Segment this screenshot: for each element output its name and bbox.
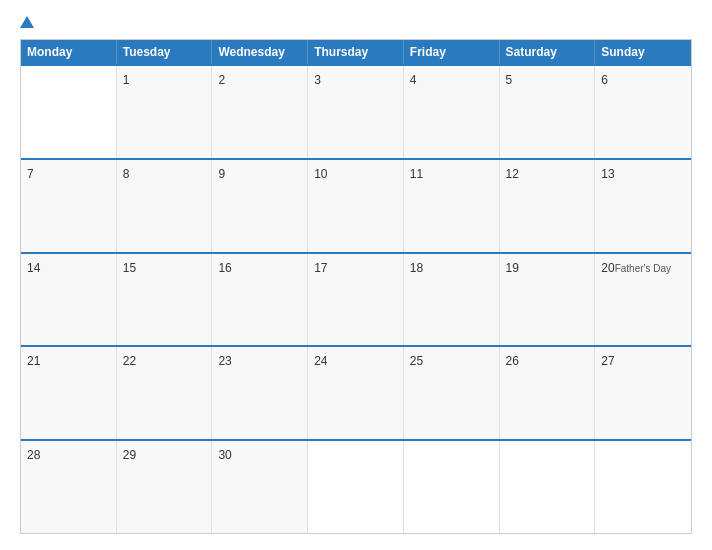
- day-number: 21: [27, 354, 40, 368]
- calendar-week-row: 14151617181920Father's Day: [21, 252, 691, 346]
- day-number: 30: [218, 448, 231, 462]
- logo-blue-text: [20, 16, 36, 29]
- day-event: Father's Day: [615, 263, 671, 274]
- calendar-cell: 18: [404, 254, 500, 346]
- calendar-cell: 8: [117, 160, 213, 252]
- calendar-cell: [500, 441, 596, 533]
- calendar-cell: 29: [117, 441, 213, 533]
- calendar-body: 1234567891011121314151617181920Father's …: [21, 64, 691, 533]
- day-number: 18: [410, 261, 423, 275]
- calendar-cell: 2: [212, 66, 308, 158]
- calendar-cell: [404, 441, 500, 533]
- day-number: 16: [218, 261, 231, 275]
- day-number: 7: [27, 167, 34, 181]
- calendar-header-cell: Tuesday: [117, 40, 213, 64]
- calendar-week-row: 282930: [21, 439, 691, 533]
- calendar-header-cell: Thursday: [308, 40, 404, 64]
- day-number: 6: [601, 73, 608, 87]
- logo: [20, 16, 36, 29]
- calendar-cell: 27: [595, 347, 691, 439]
- calendar-header-cell: Monday: [21, 40, 117, 64]
- logo-triangle-icon: [20, 16, 34, 28]
- calendar-cell: 6: [595, 66, 691, 158]
- day-number: 11: [410, 167, 423, 181]
- calendar-grid: MondayTuesdayWednesdayThursdayFridaySatu…: [20, 39, 692, 534]
- calendar-header-cell: Wednesday: [212, 40, 308, 64]
- calendar-cell: 7: [21, 160, 117, 252]
- calendar-cell: 15: [117, 254, 213, 346]
- calendar-cell: 9: [212, 160, 308, 252]
- day-number: 14: [27, 261, 40, 275]
- calendar-cell: 13: [595, 160, 691, 252]
- day-number: 29: [123, 448, 136, 462]
- calendar-cell: 10: [308, 160, 404, 252]
- calendar-header-cell: Saturday: [500, 40, 596, 64]
- calendar-cell: 19: [500, 254, 596, 346]
- day-number: 3: [314, 73, 321, 87]
- day-number: 17: [314, 261, 327, 275]
- day-number: 28: [27, 448, 40, 462]
- calendar-cell: [21, 66, 117, 158]
- calendar-cell: [595, 441, 691, 533]
- day-number: 2: [218, 73, 225, 87]
- day-number: 26: [506, 354, 519, 368]
- calendar-cell: 30: [212, 441, 308, 533]
- day-number: 9: [218, 167, 225, 181]
- day-number: 1: [123, 73, 130, 87]
- day-number: 20: [601, 261, 614, 275]
- calendar-cell: 25: [404, 347, 500, 439]
- day-number: 8: [123, 167, 130, 181]
- calendar-cell: 22: [117, 347, 213, 439]
- header: [20, 16, 692, 29]
- calendar-cell: 5: [500, 66, 596, 158]
- day-number: 13: [601, 167, 614, 181]
- day-number: 15: [123, 261, 136, 275]
- calendar-cell: 16: [212, 254, 308, 346]
- calendar-cell: [308, 441, 404, 533]
- day-number: 19: [506, 261, 519, 275]
- calendar-cell: 24: [308, 347, 404, 439]
- calendar-week-row: 78910111213: [21, 158, 691, 252]
- calendar-week-row: 21222324252627: [21, 345, 691, 439]
- day-number: 4: [410, 73, 417, 87]
- day-number: 12: [506, 167, 519, 181]
- calendar-cell: 26: [500, 347, 596, 439]
- calendar-cell: 1: [117, 66, 213, 158]
- calendar-cell: 11: [404, 160, 500, 252]
- calendar-header-cell: Friday: [404, 40, 500, 64]
- calendar-cell: 4: [404, 66, 500, 158]
- calendar-cell: 3: [308, 66, 404, 158]
- day-number: 10: [314, 167, 327, 181]
- calendar-cell: 12: [500, 160, 596, 252]
- day-number: 27: [601, 354, 614, 368]
- day-number: 24: [314, 354, 327, 368]
- day-number: 23: [218, 354, 231, 368]
- calendar-cell: 23: [212, 347, 308, 439]
- calendar-week-row: 123456: [21, 64, 691, 158]
- calendar-cell: 28: [21, 441, 117, 533]
- calendar-cell: 20Father's Day: [595, 254, 691, 346]
- day-number: 25: [410, 354, 423, 368]
- calendar-cell: 14: [21, 254, 117, 346]
- calendar-cell: 17: [308, 254, 404, 346]
- calendar-page: MondayTuesdayWednesdayThursdayFridaySatu…: [0, 0, 712, 550]
- calendar-cell: 21: [21, 347, 117, 439]
- calendar-header-cell: Sunday: [595, 40, 691, 64]
- day-number: 5: [506, 73, 513, 87]
- calendar-header-row: MondayTuesdayWednesdayThursdayFridaySatu…: [21, 40, 691, 64]
- day-number: 22: [123, 354, 136, 368]
